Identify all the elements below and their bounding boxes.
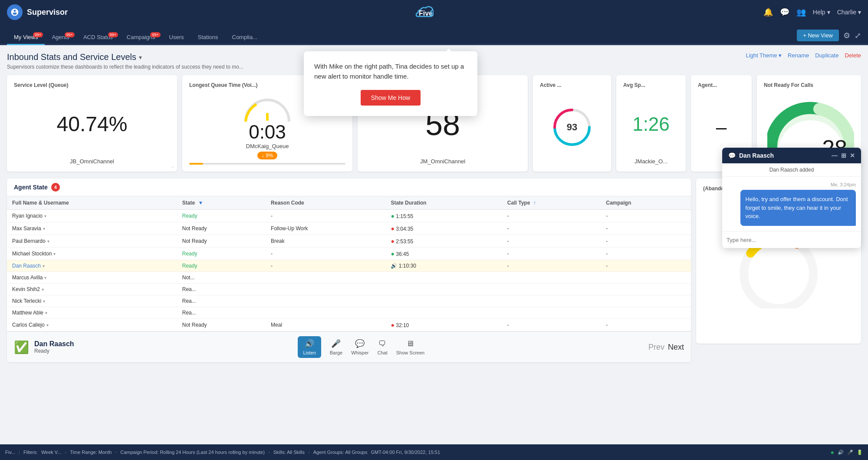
subnav-compliance[interactable]: Complia... (225, 30, 265, 45)
table-row[interactable]: Max Saravia▾ Not Ready Follow-Up Work ● … (7, 222, 691, 235)
svg-text:9: 9 (430, 9, 434, 17)
bell-icon[interactable]: 🔔 (763, 7, 773, 17)
status-icon-0: ● (391, 212, 394, 219)
cell-state: Ready (177, 248, 266, 260)
chat-icon[interactable]: 💬 (780, 7, 789, 17)
barge-button[interactable]: 🎤 Barge (330, 339, 342, 355)
table-row[interactable]: Matthew Able▾ Rea... (7, 307, 691, 319)
table-row[interactable]: Carlos Callejo▾ Not Ready Meal ● 32:10 -… (7, 319, 691, 331)
table-row[interactable]: Kevin Shih2▾ Rea... (7, 284, 691, 295)
delete-button[interactable]: Delete (845, 52, 861, 59)
prev-button[interactable]: Prev (648, 343, 664, 352)
subnav-acd-status[interactable]: ACD Status 99+ (76, 30, 120, 45)
expand-chat-icon[interactable]: ⊞ (841, 152, 846, 159)
duplicate-button[interactable]: Duplicate (815, 52, 838, 59)
chat-btn-icon: 🗨 (378, 339, 386, 348)
stat-bottom-avg-speed: JMackie_O... (623, 158, 679, 165)
stat-bottom-service-level: JB_OmniChannel (14, 158, 170, 165)
calltype-sort-icon[interactable]: ↑ (533, 200, 536, 206)
cell-campaign: - (601, 248, 691, 260)
badge-my-views: 99+ (33, 32, 43, 37)
filter-settings-icon[interactable]: ⚙ (843, 31, 850, 40)
active-gauge: 93 (550, 106, 594, 149)
subnav-stations[interactable]: Stations (191, 30, 225, 45)
table-row-highlighted[interactable]: Dan Raasch▾ Ready - 🔊 1:10:30 - - (7, 260, 691, 272)
users-icon[interactable]: 👥 (796, 7, 806, 17)
stat-title-not-ready: Not Ready For Calls (764, 82, 854, 88)
cell-name: Max Saravia▾ (7, 222, 177, 235)
tooltip-popup: With Mike on the right path, Tina decide… (304, 51, 477, 116)
chat-bubble-icon: 💬 (728, 152, 736, 159)
row-dropdown-8[interactable]: ▾ (45, 311, 47, 315)
table-row[interactable]: Nick Terlecki▾ Rea... (7, 295, 691, 307)
help-button[interactable]: Help ▾ (813, 9, 830, 16)
cell-calltype (502, 295, 601, 307)
row-dropdown-6[interactable]: ▾ (42, 287, 44, 292)
col-campaign: Campaign (601, 196, 691, 210)
cell-duration: ● 3:04:35 (385, 222, 502, 235)
status-time-range: Time Range: Month (70, 450, 112, 455)
row-dropdown-2[interactable]: ▾ (47, 239, 49, 244)
sub-nav: My Views 99+ Agents 99+ ACD Status 99+ C… (0, 24, 868, 45)
user-menu-button[interactable]: Charlie ▾ (837, 9, 861, 16)
stat-card-service-level: Service Level (Queue) 40.74% JB_OmniChan… (7, 75, 177, 172)
table-row[interactable]: Michael Stockton▾ Ready - ● 36:45 - - (7, 248, 691, 260)
row-dropdown-1[interactable]: ▾ (43, 226, 45, 231)
whisper-button[interactable]: 💬 Whisper (351, 339, 368, 355)
stat-title-agent: Agent... (698, 82, 745, 88)
agent-state-header: Agent State 4 (7, 179, 691, 196)
next-button[interactable]: Next (668, 343, 684, 352)
status-icon-9: ● (391, 321, 394, 328)
cell-state: Not Ready (177, 222, 266, 235)
chat-messages: Me, 3:24pm Hello, try and offer them a d… (722, 177, 861, 231)
row-dropdown-9[interactable]: ▾ (46, 323, 49, 328)
status-right-icons: ● 🔊 🎤 🔋 (831, 449, 863, 456)
row-dropdown-4[interactable]: ▾ (43, 264, 45, 268)
chat-header-icons: — ⊞ ✕ (832, 152, 855, 159)
row-dropdown-5[interactable]: ▾ (44, 275, 46, 280)
status-icon-4: 🔊 (391, 263, 397, 269)
theme-button[interactable]: Light Theme ▾ (746, 52, 782, 59)
chat-button[interactable]: 🗨 Chat (377, 339, 387, 355)
status-skills: Skills: All Skills (273, 450, 305, 455)
show-screen-button[interactable]: 🖥 Show Screen (396, 339, 424, 355)
status-mic-icon: 🎤 (847, 450, 853, 455)
row-dropdown-0[interactable]: ▾ (44, 214, 46, 218)
minimize-icon[interactable]: — (832, 152, 838, 159)
cell-name: Michael Stockton▾ (7, 248, 177, 260)
table-head: Full Name & Username State ▼ Reason Code (7, 196, 691, 210)
subnav-my-views[interactable]: My Views 99+ (7, 30, 45, 45)
subnav-campaigns[interactable]: Campaigns 99+ (120, 30, 162, 45)
table-row[interactable]: Ryan Ignacio▾ Ready - ● 1:15:55 - - (7, 210, 691, 222)
page-actions: Light Theme ▾ Rename Duplicate Delete (746, 52, 861, 59)
row-dropdown-3[interactable]: ▾ (53, 252, 56, 256)
cell-campaign: - (601, 319, 691, 331)
table-row[interactable]: Paul Bernardo▾ Not Ready Break ● 2:53:55… (7, 235, 691, 248)
check-icon: ✅ (14, 340, 29, 354)
cell-calltype: - (502, 248, 601, 260)
agent-table-container[interactable]: Full Name & Username State ▼ Reason Code (7, 196, 691, 331)
stat-value-avg-speed: 1:26 (632, 113, 670, 135)
subnav-agents[interactable]: Agents 99+ (45, 30, 76, 45)
rename-button[interactable]: Rename (788, 52, 809, 59)
row-dropdown-7[interactable]: ▾ (43, 299, 45, 304)
listen-button[interactable]: 🔊 Listen (298, 336, 321, 358)
page-title-arrow[interactable]: ▾ (139, 54, 142, 61)
new-view-button[interactable]: + New View (797, 30, 839, 41)
chat-input[interactable] (727, 237, 857, 243)
page-title: Inbound Stats and Service Levels ▾ (7, 52, 243, 62)
show-me-how-button[interactable]: Show Me How (361, 90, 421, 106)
cell-duration: 🔊 1:10:30 (385, 260, 502, 272)
expand-icon[interactable]: ⤢ (855, 31, 861, 40)
chat-input-area[interactable] (722, 231, 861, 248)
status-campaign-period: Campaign Period: Rolling 24 Hours (Last … (120, 450, 265, 455)
state-filter-icon[interactable]: ▼ (198, 200, 203, 206)
cell-name: Nick Terlecki▾ (7, 295, 177, 307)
table-row[interactable]: Marcus Avilla▾ Not... (7, 272, 691, 284)
subnav-users[interactable]: Users (162, 30, 191, 45)
close-chat-icon[interactable]: ✕ (850, 152, 855, 159)
chat-header: 💬 Dan Raasch — ⊞ ✕ (722, 148, 861, 163)
cell-name: Carlos Callejo▾ (7, 319, 177, 331)
status-icon-2: ● (391, 238, 394, 245)
cell-calltype: - (502, 222, 601, 235)
